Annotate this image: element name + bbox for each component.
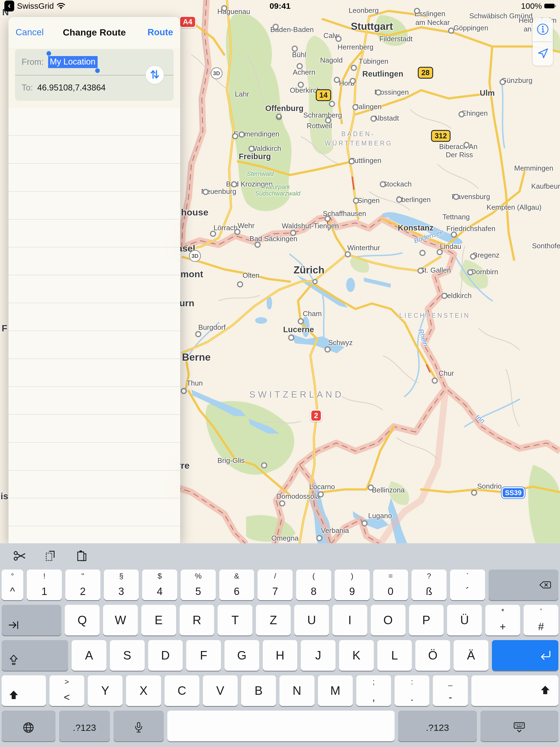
map-label: Chur [439, 369, 454, 378]
key-8[interactable]: (8 [296, 570, 331, 600]
key-return[interactable] [492, 640, 558, 671]
key-l[interactable]: L [377, 640, 412, 671]
key-o-umlaut[interactable]: Ö [415, 640, 450, 671]
key-g[interactable]: G [225, 640, 259, 671]
map-label: Bregenz [473, 251, 500, 259]
key-hash[interactable]: '# [524, 605, 558, 636]
key-a[interactable]: A [72, 640, 106, 671]
key-plus[interactable]: *+ [485, 605, 520, 636]
selection-handle-start[interactable] [47, 51, 51, 56]
key-c[interactable]: C [164, 675, 199, 706]
key-capslock[interactable] [2, 640, 68, 671]
key-dismiss[interactable] [480, 711, 558, 741]
key-space[interactable] [167, 711, 394, 741]
selection-handle-end[interactable] [95, 68, 100, 73]
app-return-label[interactable]: SwissGrid [17, 1, 54, 11]
from-field-selected-text[interactable]: My Location [48, 56, 98, 68]
map-label: Berne [182, 352, 211, 363]
cut-button[interactable] [13, 550, 26, 563]
map-label: house [181, 207, 208, 217]
key-q[interactable]: Q [65, 605, 100, 636]
copy-button[interactable] [44, 550, 57, 563]
key-shift-right[interactable] [472, 675, 558, 706]
city-dot [351, 65, 357, 71]
city-dot [329, 101, 335, 107]
map-label: Rhein [417, 328, 430, 347]
key-m[interactable]: M [318, 675, 353, 706]
key-w[interactable]: W [103, 605, 138, 636]
key-u[interactable]: U [294, 605, 329, 636]
list-item [8, 136, 180, 164]
swap-arrows-icon [149, 69, 160, 81]
key-0[interactable]: =0 [373, 570, 408, 600]
key-n[interactable]: N [279, 675, 314, 706]
key-1[interactable]: !1 [27, 570, 62, 600]
key-x[interactable]: X [126, 675, 161, 706]
key-t[interactable]: T [218, 605, 252, 636]
key-eszett[interactable]: ?ß [411, 570, 447, 600]
info-button[interactable] [533, 18, 553, 42]
key-6[interactable]: &6 [219, 570, 254, 600]
key-2[interactable]: "2 [65, 570, 100, 600]
road-shield: 2 [310, 410, 322, 422]
key-p[interactable]: P [409, 605, 444, 636]
key-o[interactable]: O [371, 605, 406, 636]
key-degree-caret[interactable]: °^ [2, 570, 23, 600]
key-shift-left[interactable] [2, 675, 46, 706]
key-i[interactable]: I [332, 605, 367, 636]
list-item [8, 498, 180, 526]
key-j[interactable]: J [301, 640, 335, 671]
key-u-umlaut[interactable]: Ü [447, 605, 482, 636]
key-a-umlaut[interactable]: Ä [454, 640, 488, 671]
city-dot [353, 104, 358, 110]
key-dictation[interactable] [113, 711, 164, 741]
route-button[interactable]: Route [148, 27, 173, 37]
key-e[interactable]: E [142, 605, 176, 636]
list-item [8, 220, 180, 248]
key-3[interactable]: §3 [104, 570, 139, 600]
key-f[interactable]: F [186, 640, 221, 671]
back-to-app-button[interactable]: ‹ [4, 1, 14, 11]
key-7[interactable]: /7 [258, 570, 292, 600]
clock: 09:41 [270, 1, 291, 11]
city-dot [396, 197, 402, 203]
swap-from-to-button[interactable] [146, 66, 164, 84]
key-h[interactable]: H [263, 640, 298, 671]
key-v[interactable]: V [203, 675, 238, 706]
key-acute[interactable]: `´ [450, 570, 485, 600]
key-r[interactable]: R [180, 605, 214, 636]
paste-button[interactable] [75, 550, 88, 563]
key-9[interactable]: )9 [335, 570, 370, 600]
key-b[interactable]: B [241, 675, 276, 706]
city-dot [234, 229, 240, 235]
key-numbers-left[interactable]: .?123 [59, 711, 110, 741]
key-semicolon[interactable]: ;, [356, 675, 391, 706]
key-k[interactable]: K [339, 640, 374, 671]
city-dot [249, 146, 255, 152]
cancel-button[interactable]: Cancel [16, 27, 44, 37]
key-underscore[interactable]: _- [433, 675, 467, 706]
fromto-card: From: My Location To: 46.95108,7.43864 [15, 49, 174, 101]
key-globe[interactable] [2, 711, 55, 741]
road-shield: 14 [316, 89, 331, 101]
key-numbers-right[interactable]: .?123 [398, 711, 477, 741]
key-colon[interactable]: :. [394, 675, 429, 706]
key-tab[interactable] [2, 605, 61, 636]
map-label: F [2, 323, 7, 334]
key-d[interactable]: D [148, 640, 183, 671]
key-y[interactable]: Y [88, 675, 123, 706]
key-backspace[interactable] [489, 570, 558, 600]
key-s[interactable]: S [110, 640, 145, 671]
city-dot [361, 520, 367, 526]
key-angle[interactable]: >< [50, 675, 84, 706]
city-dot [325, 346, 331, 353]
wifi-icon [57, 2, 65, 10]
key-4[interactable]: $4 [142, 570, 177, 600]
key-5[interactable]: %5 [181, 570, 216, 600]
map-label: Lindau [440, 242, 461, 251]
key-z[interactable]: Z [256, 605, 291, 636]
city-dot [237, 281, 243, 287]
locate-button[interactable] [533, 42, 553, 66]
map-label: Brig-Glis [218, 456, 245, 465]
map-label: Inn [474, 413, 486, 425]
